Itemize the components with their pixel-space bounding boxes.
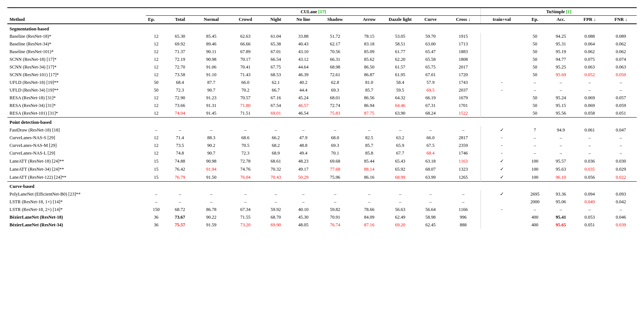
table-row: PolyLaneNet (EfficientNet-B0) [23]**––––…	[7, 190, 637, 198]
method-cell: BézierLaneNet (ResNet-34)	[7, 221, 146, 229]
table-cell: 85.7	[353, 142, 385, 149]
arrow-col-header: Arrow	[353, 16, 385, 24]
table-cell: 59.92	[262, 206, 290, 214]
table-cell: 68.0	[317, 134, 353, 142]
method-cell: Baseline (ResNet-34)*	[7, 40, 146, 48]
table-cell: 75.57	[166, 221, 193, 229]
table-cell: 62.8	[317, 79, 353, 86]
table-cell: 70.91	[317, 214, 353, 221]
table-cell: 1701	[446, 102, 481, 109]
table-cell: 86.16	[353, 173, 385, 182]
table-cell: 15	[146, 157, 167, 165]
table-cell: 50	[523, 71, 547, 79]
table-cell: 49.17	[290, 165, 317, 173]
section-title: Curve-based	[7, 182, 637, 190]
table-cell: 88.14	[353, 165, 385, 173]
table-cell: –	[446, 198, 481, 206]
table-cell: 59.82	[317, 206, 353, 214]
table-cell: –	[523, 79, 547, 86]
table-cell: –	[415, 126, 446, 134]
table-cell: 12	[146, 94, 167, 102]
table-row: LaneATT (ResNet-122) [24]**1576.7991.507…	[7, 173, 637, 182]
table-cell: 73.20	[229, 221, 261, 229]
method-cell: LSTR (ResNet-18, 2×) [14]*	[7, 206, 146, 214]
method-cell: LaneATT (ResNet-34) [24]**	[7, 165, 146, 173]
table-cell: –	[547, 86, 575, 94]
table-cell: 0.046	[605, 214, 637, 221]
table-cell: 74.76	[229, 165, 261, 173]
section-title: Segmentation-based	[7, 24, 637, 33]
table-cell: 81.0	[353, 79, 385, 86]
table-cell: 68.2	[262, 142, 290, 149]
table-cell: 0.069	[574, 102, 605, 109]
table-cell: 71.51	[229, 109, 261, 118]
table-cell: 0.053	[574, 214, 605, 221]
table-cell: 66.19	[415, 94, 446, 102]
table-cell: –	[605, 86, 637, 94]
table-cell: 0.036	[574, 157, 605, 165]
table-cell: 50	[523, 94, 547, 102]
table-cell: 69.5	[415, 86, 446, 94]
section-title: Point detection-based	[7, 118, 637, 126]
table-cell: –	[262, 190, 290, 198]
trainval-cell	[481, 198, 523, 206]
table-cell: –	[547, 142, 575, 149]
trainval-cell	[481, 214, 523, 221]
table-cell: 85.45	[193, 33, 229, 40]
table-cell: –	[523, 149, 547, 157]
table-cell: 63.90	[385, 109, 415, 118]
table-cell: –	[229, 190, 261, 198]
table-cell: 65.47	[415, 48, 446, 56]
table-cell: 67.89	[229, 48, 261, 56]
table-cell: 72.70	[166, 63, 193, 71]
trainval-cell	[481, 63, 523, 71]
table-cell: –	[574, 206, 605, 214]
table-cell: 66.0	[415, 134, 446, 142]
fnr-col-header: FNR ↓	[605, 16, 637, 24]
table-cell: –	[523, 206, 547, 214]
table-cell: –	[605, 134, 637, 142]
table-cell: 67.7	[385, 149, 415, 157]
table-cell: 90.7	[193, 86, 229, 94]
table-cell: 90.98	[193, 56, 229, 63]
table-cell: 2695	[523, 190, 547, 198]
table-cell: 67.34	[229, 206, 261, 214]
trainval-cell	[481, 40, 523, 48]
table-cell: 2037	[446, 86, 481, 94]
table-cell: 53.05	[385, 33, 415, 40]
table-cell: 67.01	[415, 71, 446, 79]
table-cell: –	[523, 86, 547, 94]
table-cell: –	[317, 126, 353, 134]
table-cell: 0.047	[605, 126, 637, 134]
table-cell: –	[229, 126, 261, 134]
table-cell: 0.039	[605, 221, 637, 229]
trainval-cell: ✓	[481, 157, 523, 165]
table-cell: 0.094	[574, 190, 605, 198]
table-cell: 90.11	[193, 48, 229, 56]
table-cell: 15	[146, 173, 167, 182]
table-cell: 85.8	[353, 149, 385, 157]
table-cell: 50	[146, 79, 167, 86]
table-cell: 75.96	[317, 173, 353, 182]
table-row: SCNN (ResNet-18) [17]*1272.1990.9870.176…	[7, 56, 637, 63]
table-cell: 70.41	[229, 63, 261, 71]
table-cell: 1883	[446, 48, 481, 56]
table-cell: 0.030	[605, 157, 637, 165]
table-row: UFLD (ResNet-18) [19]**5068.487.766.062.…	[7, 79, 637, 86]
method-col-header: Method	[7, 8, 146, 24]
table-cell: 71.55	[229, 214, 261, 221]
method-cell: UFLD (ResNet-34) [19]**	[7, 86, 146, 94]
table-cell: 95.15	[547, 102, 575, 109]
table-cell: 63.99	[415, 173, 446, 182]
table-cell: 76.79	[166, 173, 193, 182]
table-cell: 56.64	[415, 206, 446, 214]
table-cell: 1265	[446, 173, 481, 182]
table-cell: 0.075	[574, 56, 605, 63]
trainval-cell: -	[481, 86, 523, 94]
table-cell: 62.1	[262, 79, 290, 86]
table-cell: 63.18	[415, 157, 446, 165]
night-col-header: Night	[262, 16, 290, 24]
table-cell: 0.049	[574, 198, 605, 206]
table-cell: 67.16	[262, 94, 290, 102]
table-cell: 0.022	[605, 173, 637, 182]
